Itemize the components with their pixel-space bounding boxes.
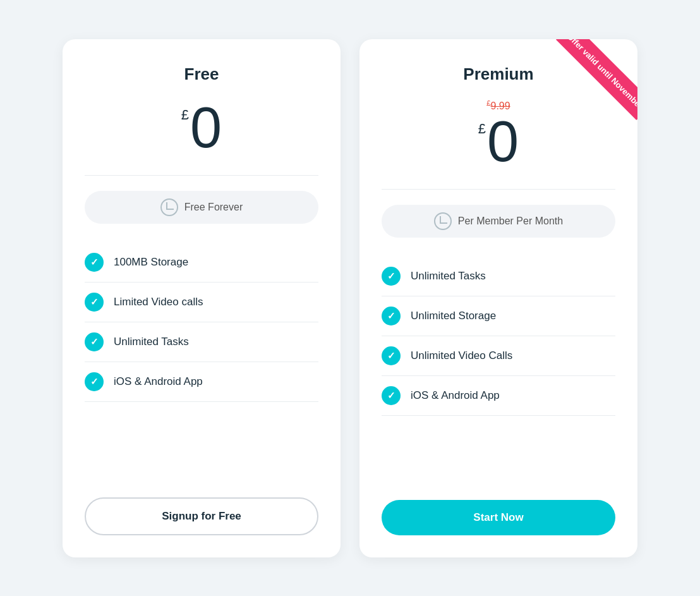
premium-feature-text-2: Unlimited Storage: [411, 310, 496, 322]
premium-billing-badge: Per Member Per Month: [382, 205, 615, 238]
free-card-title: Free: [85, 64, 318, 84]
free-feature-text-3: Unlimited Tasks: [114, 336, 189, 348]
premium-divider: [382, 189, 615, 190]
free-features-list: 100MB Storage Limited Video calls Unlimi…: [85, 243, 318, 475]
free-clock-icon: [160, 198, 178, 216]
premium-feature-text-1: Unlimited Tasks: [411, 270, 486, 283]
premium-clock-icon: [434, 212, 452, 230]
premium-check-icon-1: [382, 267, 401, 286]
check-icon-1: [85, 253, 104, 272]
premium-feature-text-4: iOS & Android App: [411, 389, 500, 402]
free-price-number: 0: [190, 99, 222, 156]
free-billing-label: Free Forever: [184, 202, 243, 213]
premium-check-icon-4: [382, 386, 401, 405]
free-feature-text-4: iOS & Android App: [114, 375, 203, 388]
premium-currency: £: [478, 121, 486, 137]
premium-feature-2: Unlimited Storage: [382, 296, 615, 336]
free-current-price: £ 0: [181, 99, 222, 156]
free-currency: £: [181, 107, 189, 123]
free-billing-badge: Free Forever: [85, 191, 318, 224]
premium-card-title: Premium: [382, 64, 615, 84]
check-icon-3: [85, 332, 104, 351]
free-divider: [85, 175, 318, 176]
premium-check-icon-2: [382, 307, 401, 325]
premium-feature-text-3: Unlimited Video Calls: [411, 350, 512, 362]
premium-features-list: Unlimited Tasks Unlimited Storage Unlimi…: [382, 257, 615, 477]
pricing-container: Free £ 0 Free Forever 100MB Storage Limi…: [37, 14, 663, 583]
free-feature-1: 100MB Storage: [85, 243, 318, 283]
premium-check-icon-3: [382, 346, 401, 365]
free-cta-button[interactable]: Signup for Free: [85, 497, 318, 535]
free-feature-text-2: Limited Video calls: [114, 296, 203, 308]
free-price-area: £ 0: [85, 99, 318, 156]
free-feature-4: iOS & Android App: [85, 362, 318, 402]
free-feature-2: Limited Video calls: [85, 283, 318, 322]
free-feature-text-1: 100MB Storage: [114, 256, 188, 269]
free-card: Free £ 0 Free Forever 100MB Storage Limi…: [63, 39, 341, 557]
premium-feature-4: iOS & Android App: [382, 376, 615, 416]
premium-card: Offer valid until November Premium £9.99…: [359, 39, 637, 557]
premium-price-number: 0: [487, 113, 519, 170]
premium-feature-1: Unlimited Tasks: [382, 257, 615, 296]
premium-current-price: £ 0: [478, 113, 519, 170]
premium-billing-label: Per Member Per Month: [458, 216, 563, 227]
check-icon-4: [85, 372, 104, 391]
premium-price-area: £9.99 £ 0: [382, 99, 615, 170]
premium-feature-3: Unlimited Video Calls: [382, 336, 615, 376]
premium-cta-button[interactable]: Start Now: [382, 500, 615, 535]
free-feature-3: Unlimited Tasks: [85, 322, 318, 362]
check-icon-2: [85, 293, 104, 312]
